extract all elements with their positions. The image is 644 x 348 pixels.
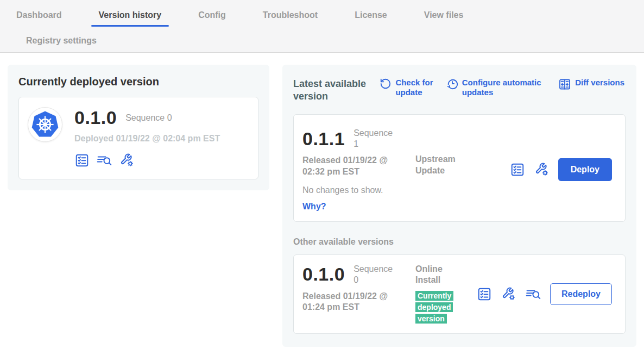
latest-version-card: 0.1.1 Sequence 1 Released 01/19/22 @ 02:… xyxy=(293,114,626,222)
scheduled-update-icon xyxy=(446,78,458,90)
diff-versions-label: Diff versions xyxy=(575,78,624,88)
other-sequence-label: Sequence 0 xyxy=(353,264,395,285)
latest-available-panel: Latest available version Check for updat… xyxy=(282,65,636,347)
top-nav: Dashboard Version history Config Trouble… xyxy=(0,0,644,53)
configure-automatic-updates-link[interactable]: Configure automatic updates xyxy=(446,78,553,97)
latest-version-source: Upstream Update xyxy=(415,154,468,177)
currently-deployed-badge: Currently deployed version xyxy=(415,291,453,324)
tab-registry-settings[interactable]: Registry settings xyxy=(18,29,104,52)
tab-dashboard[interactable]: Dashboard xyxy=(9,1,70,29)
latest-sequence-label: Sequence 1 xyxy=(353,128,395,150)
diff-versions-link[interactable]: Diff versions xyxy=(558,78,624,91)
latest-card-actions: Deploy xyxy=(510,158,612,181)
secondary-tabs-row: Registry settings xyxy=(0,29,644,52)
deployed-version-number: 0.1.0 xyxy=(74,107,117,128)
no-changes-text: No changes to show. xyxy=(302,185,415,195)
deployed-version-card: 0.1.0 Sequence 0 Deployed 01/19/22 @ 02:… xyxy=(18,97,258,179)
diff-columns-icon xyxy=(558,78,571,91)
other-version-source-col: Online Install Currently deployed versio… xyxy=(415,264,468,325)
config-wrench-gear-icon[interactable] xyxy=(534,161,550,177)
kubernetes-logo-icon xyxy=(31,110,59,139)
preflight-checklist-icon[interactable] xyxy=(74,153,90,168)
view-files-search-icon[interactable] xyxy=(525,287,541,301)
check-for-update-link[interactable]: Check for update xyxy=(380,78,441,97)
check-for-update-label: Check for update xyxy=(395,78,441,97)
deploy-button[interactable]: Deploy xyxy=(558,158,612,181)
latest-released-timestamp: Released 01/19/22 @ 02:32 pm EST xyxy=(302,155,409,178)
why-link[interactable]: Why? xyxy=(302,202,326,212)
tab-view-files[interactable]: View files xyxy=(416,1,471,29)
other-version-number: 0.1.0 xyxy=(302,264,345,285)
primary-tabs-row: Dashboard Version history Config Trouble… xyxy=(0,1,644,29)
latest-version-info: 0.1.1 Sequence 1 Released 01/19/22 @ 02:… xyxy=(302,128,415,212)
config-wrench-gear-icon[interactable] xyxy=(501,286,516,302)
other-version-card: 0.1.0 Sequence 0 Released 01/19/22 @ 01:… xyxy=(293,254,626,334)
deployed-timestamp: Deployed 01/19/22 @ 02:04 pm EST xyxy=(74,134,220,144)
deployed-version-info: 0.1.0 Sequence 0 Deployed 01/19/22 @ 02:… xyxy=(74,107,220,168)
main-content: Currently deployed version xyxy=(0,53,644,347)
other-released-timestamp: Released 01/19/22 @ 01:24 pm EST xyxy=(302,291,409,314)
other-versions-title: Other available versions xyxy=(293,237,626,247)
tab-license[interactable]: License xyxy=(347,1,395,29)
currently-deployed-panel: Currently deployed version xyxy=(8,65,269,190)
view-files-search-icon[interactable] xyxy=(96,153,112,167)
tab-config[interactable]: Config xyxy=(191,1,233,29)
other-version-source: Online Install xyxy=(415,264,468,287)
latest-header: Latest available version Check for updat… xyxy=(293,76,626,102)
preflight-checklist-icon[interactable] xyxy=(510,162,525,177)
deployed-card-actions xyxy=(74,152,220,168)
latest-version-number: 0.1.1 xyxy=(302,128,345,150)
currently-deployed-badge-wrap: Currently deployed version xyxy=(415,290,460,325)
tab-version-history[interactable]: Version history xyxy=(91,1,169,29)
preflight-checklist-icon[interactable] xyxy=(477,287,492,302)
tab-troubleshoot[interactable]: Troubleshoot xyxy=(255,1,325,29)
configure-automatic-updates-label: Configure automatic updates xyxy=(462,78,553,97)
config-wrench-gear-icon[interactable] xyxy=(119,152,135,168)
redeploy-button[interactable]: Redeploy xyxy=(550,283,612,305)
other-card-actions: Redeploy xyxy=(477,283,612,305)
refresh-ccw-icon xyxy=(380,78,392,90)
currently-deployed-title: Currently deployed version xyxy=(18,76,258,88)
app-logo xyxy=(28,107,62,142)
deployed-sequence-label: Sequence 0 xyxy=(125,113,172,123)
latest-available-title: Latest available version xyxy=(293,78,375,102)
other-version-info: 0.1.0 Sequence 0 Released 01/19/22 @ 01:… xyxy=(302,264,415,314)
